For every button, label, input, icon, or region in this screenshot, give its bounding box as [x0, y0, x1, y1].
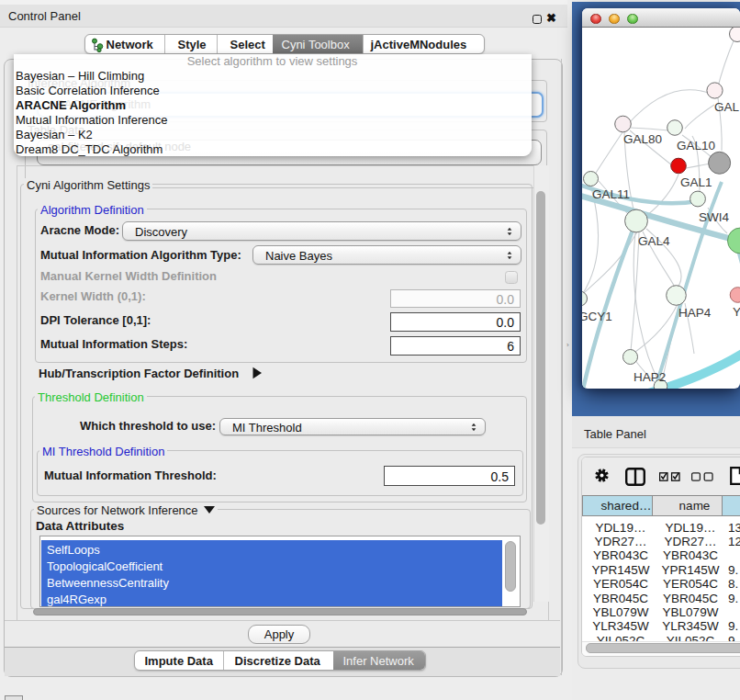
svg-text:GAL10: GAL10 — [677, 139, 715, 152]
svg-text:GAL80: GAL80 — [623, 132, 662, 146]
svg-text:GAL: GAL — [714, 100, 740, 114]
svg-text:GCY1: GCY1 — [582, 310, 612, 323]
svg-text:GAL11: GAL11 — [592, 187, 630, 201]
svg-text:GAL1: GAL1 — [680, 175, 712, 189]
svg-text:SWI4: SWI4 — [699, 210, 729, 224]
svg-text:HAP4: HAP4 — [678, 306, 712, 320]
svg-text:GAL4: GAL4 — [638, 234, 670, 248]
svg-text:HAP2: HAP2 — [633, 370, 666, 384]
svg-text:Y: Y — [733, 305, 740, 319]
